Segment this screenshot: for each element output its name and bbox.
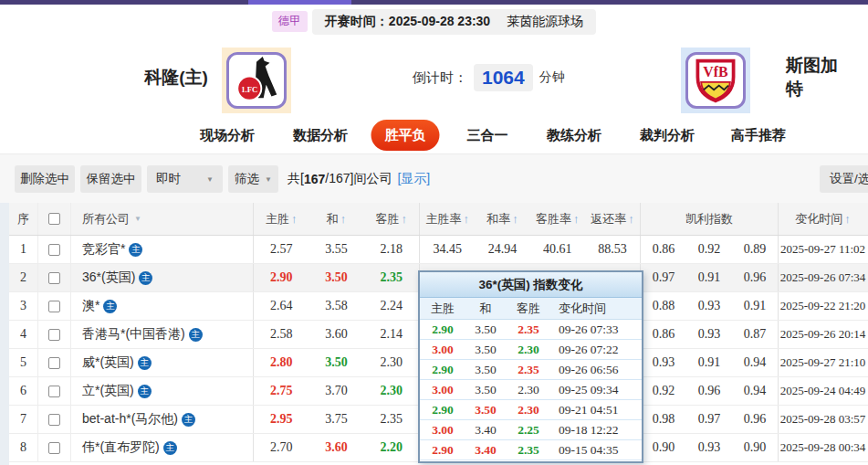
- return-rate-header[interactable]: 返还率↑: [585, 203, 640, 235]
- draw-header[interactable]: 和↑: [309, 203, 363, 235]
- tab-教练分析[interactable]: 教练分析: [547, 117, 601, 153]
- odds-value: 2.35: [364, 406, 419, 433]
- row-checkbox[interactable]: [48, 329, 60, 341]
- rate-value: 34.45: [420, 236, 475, 263]
- kelly-value: 0.92: [686, 236, 732, 263]
- home-rate-header[interactable]: 主胜率↑: [420, 203, 475, 235]
- kelly-value: 0.92: [641, 377, 686, 405]
- rate-value: 40.61: [530, 236, 585, 263]
- home-badge-icon: 主: [103, 300, 117, 313]
- caret-down-icon: ▼: [206, 175, 214, 184]
- kelly-value: 0.94: [732, 349, 778, 376]
- popup-odds-value: 3.50: [465, 322, 506, 337]
- delete-selected-button[interactable]: 删除选中: [15, 165, 75, 193]
- row-checkbox[interactable]: [48, 414, 60, 426]
- company-label: 澳*: [82, 298, 99, 314]
- odds-value: 2.24: [364, 292, 419, 320]
- countdown: 倒计时： 1064 分钟: [413, 38, 565, 117]
- sort-asc-icon: ↑: [628, 212, 634, 226]
- odds-group: 2.753.702.30: [254, 377, 420, 405]
- company-label: bet-at-h*(马尔他): [82, 411, 178, 428]
- kelly-value: 0.98: [641, 406, 686, 433]
- tab-现场分析[interactable]: 现场分析: [200, 117, 255, 153]
- popup-row: 2.903.402.3509-15 04:35: [420, 440, 642, 460]
- odds-value: 3.58: [309, 292, 363, 320]
- row-seq: 4: [9, 321, 38, 348]
- popup-change-time: 09-21 04:51: [551, 403, 642, 417]
- select-all-checkbox[interactable]: [48, 213, 60, 225]
- tab-三合一[interactable]: 三合一: [467, 117, 508, 153]
- settings-button[interactable]: 设置/选择: [820, 165, 868, 193]
- sort-asc-icon: ↑: [402, 212, 408, 226]
- away-win-header[interactable]: 客胜↑: [364, 203, 419, 235]
- row-checkbox[interactable]: [48, 272, 60, 284]
- popup-title: 36*(英国) 指数变化: [420, 272, 642, 298]
- svg-text:1.FC: 1.FC: [241, 85, 257, 94]
- popup-odds-value: 2.30: [506, 383, 551, 397]
- kelly-value: 0.97: [641, 264, 686, 291]
- kickoff-info-box: 开赛时间：2025-09-28 23:30 莱茵能源球场: [312, 9, 596, 35]
- odds-group: 2.953.752.35: [254, 406, 420, 433]
- live-odds-dropdown[interactable]: 即时 ▼: [147, 165, 223, 193]
- company-label: 威*(英国): [82, 354, 134, 371]
- popup-header-row: 主胜和客胜变化时间: [420, 298, 642, 320]
- popup-change-time: 09-26 07:22: [551, 343, 642, 357]
- sort-asc-icon: ↑: [340, 212, 347, 226]
- popup-odds-value: 3.00: [420, 343, 465, 357]
- odds-value: 3.75: [309, 406, 363, 433]
- change-time: 2025-09-28 03:57: [779, 406, 867, 433]
- show-link[interactable]: [显示]: [397, 171, 430, 187]
- draw-rate-header[interactable]: 和率↑: [475, 203, 529, 235]
- popup-change-time: 09-25 09:34: [551, 383, 642, 397]
- filter-dropdown[interactable]: 筛选 ▼: [228, 165, 278, 193]
- company-name[interactable]: 立*(英国)主: [71, 377, 254, 405]
- row-checkbox[interactable]: [48, 386, 60, 397]
- tab-裁判分析[interactable]: 裁判分析: [640, 117, 695, 153]
- home-badge-icon: 主: [138, 356, 152, 370]
- kelly-group: 0.860.920.89: [641, 236, 779, 263]
- company-name[interactable]: 香港马*(中国香港)主: [71, 321, 254, 348]
- popup-odds-value: 3.50: [465, 343, 506, 357]
- tab-胜平负[interactable]: 胜平负: [371, 120, 440, 151]
- row-checkbox-cell: [38, 406, 71, 433]
- table-header-row: 序 所有公司 ▼ 主胜↑ 和↑ 客胜↑ 主胜率↑ 和率↑ 客胜率↑ 返还率↑ 凯…: [9, 203, 868, 236]
- kelly-value: 0.96: [732, 406, 778, 433]
- company-name[interactable]: 威*(英国)主: [71, 349, 254, 376]
- company-name[interactable]: 伟*(直布罗陀)主: [71, 434, 254, 461]
- company-header[interactable]: 所有公司 ▼: [71, 203, 254, 235]
- row-checkbox[interactable]: [48, 244, 60, 256]
- tab-数据分析[interactable]: 数据分析: [293, 117, 348, 153]
- company-name[interactable]: 36*(英国)主: [71, 264, 254, 291]
- company-name[interactable]: 澳*主: [71, 292, 254, 320]
- tab-高手推荐[interactable]: 高手推荐: [731, 117, 786, 153]
- company-name[interactable]: 竞彩官*主: [71, 236, 254, 263]
- change-time-header[interactable]: 变化时间↑: [779, 203, 867, 235]
- away-rate-header[interactable]: 客胜率↑: [530, 203, 585, 235]
- league-badge[interactable]: 德甲: [272, 11, 308, 32]
- odds-value: 2.70: [254, 434, 309, 461]
- match-info-bar: 德甲 开赛时间：2025-09-28 23:30 莱茵能源球场: [0, 5, 868, 38]
- popup-odds-value: 3.40: [465, 443, 506, 458]
- row-checkbox-cell: [38, 377, 71, 405]
- row-checkbox-cell: [38, 236, 71, 263]
- sort-asc-icon: ↑: [291, 212, 298, 226]
- caret-down-icon: ▼: [265, 175, 272, 184]
- company-name[interactable]: bet-at-h*(马尔他)主: [71, 406, 254, 433]
- popup-odds-value: 2.90: [420, 443, 465, 458]
- odds-value: 2.64: [254, 292, 309, 320]
- row-checkbox[interactable]: [48, 301, 60, 312]
- row-checkbox[interactable]: [48, 357, 60, 369]
- keep-selected-button[interactable]: 保留选中: [80, 165, 141, 193]
- odds-value: 3.60: [309, 434, 363, 461]
- popup-odds-value: 2.30: [506, 343, 551, 357]
- row-checkbox-cell: [38, 321, 71, 348]
- row-checkbox[interactable]: [48, 442, 60, 454]
- popup-row: 3.003.502.3009-26 07:22: [420, 340, 642, 360]
- home-win-header[interactable]: 主胜↑: [254, 203, 309, 235]
- kelly-group: 0.880.930.91: [641, 292, 779, 320]
- table-row: 1竞彩官*主2.573.552.1834.4524.9440.6188.530.…: [9, 236, 868, 264]
- popup-odds-value: 3.50: [465, 383, 506, 397]
- odds-value: 2.14: [364, 321, 419, 348]
- kelly-value: 0.88: [641, 292, 686, 320]
- odds-value: 2.18: [364, 236, 419, 263]
